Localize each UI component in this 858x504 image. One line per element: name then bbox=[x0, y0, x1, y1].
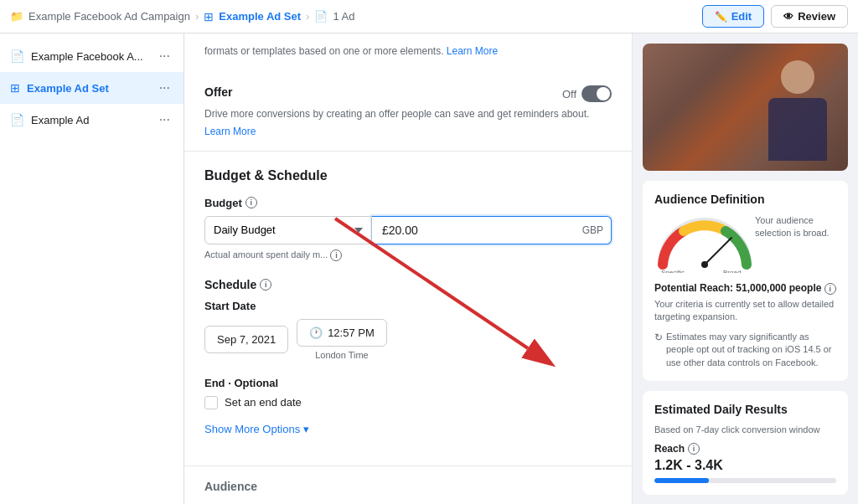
review-button[interactable]: 👁 Review bbox=[771, 5, 848, 28]
budget-input-row: Daily Budget Lifetime Budget GBP bbox=[204, 216, 612, 244]
reach-value: 1.2K - 3.4K bbox=[654, 458, 836, 473]
main-panel: formats or templates based on one or mor… bbox=[184, 33, 632, 504]
eye-icon: 👁 bbox=[783, 11, 793, 23]
offer-toggle[interactable] bbox=[581, 85, 612, 102]
pencil-icon: ✏️ bbox=[715, 11, 727, 23]
top-navigation: 📁 Example Facebook Ad Campaign › ⊞ Examp… bbox=[0, 0, 858, 33]
end-date-checkbox[interactable] bbox=[204, 396, 218, 409]
campaign-icon: 📄 bbox=[10, 49, 24, 63]
offer-description: Drive more conversions by creating an of… bbox=[204, 107, 612, 121]
reach-label: Reach i bbox=[654, 443, 836, 455]
more-options-adset[interactable]: ··· bbox=[156, 79, 173, 97]
reach-bar-fill bbox=[654, 478, 709, 483]
intro-text: formats or templates based on one or mor… bbox=[204, 45, 443, 57]
sidebar-item-facebook-campaign[interactable]: 📄 Example Facebook A... ··· bbox=[0, 40, 183, 72]
gauge-container: Specific Broad bbox=[654, 214, 755, 275]
more-options-campaign[interactable]: ··· bbox=[156, 47, 173, 65]
sidebar-item-ad[interactable]: 📄 Example Ad ··· bbox=[0, 104, 183, 136]
estimate-note: ↻ Estimates may vary significantly as pe… bbox=[654, 331, 836, 369]
svg-line-2 bbox=[705, 238, 731, 265]
start-date-button[interactable]: Sep 7, 2021 bbox=[204, 326, 288, 353]
campaign-breadcrumb[interactable]: Example Facebook Ad Campaign bbox=[28, 10, 190, 23]
sidebar-label-adset: Example Ad Set bbox=[27, 82, 109, 95]
audience-def-title: Audience Definition bbox=[654, 193, 836, 206]
breadcrumb-sep-1: › bbox=[195, 10, 199, 23]
end-section: End · Optional Set an end date bbox=[204, 377, 612, 409]
estimate-icon: ↻ bbox=[654, 331, 663, 345]
reach-info-icon[interactable]: i bbox=[824, 283, 836, 295]
svg-text:Specific: Specific bbox=[661, 269, 685, 273]
end-label: End · Optional bbox=[204, 377, 612, 389]
gauge-row: Specific Broad Your audience selection i… bbox=[654, 214, 836, 275]
person-silhouette bbox=[764, 52, 831, 161]
svg-point-3 bbox=[701, 261, 708, 268]
adset-icon: ⊞ bbox=[10, 81, 20, 95]
start-time-button[interactable]: 🕐 12:57 PM bbox=[297, 319, 387, 347]
end-date-label: Set an end date bbox=[225, 396, 302, 409]
schedule-info-icon[interactable]: i bbox=[260, 279, 271, 291]
audience-desc: Your audience selection is broad. bbox=[755, 214, 836, 240]
offer-learn-more-link[interactable]: Learn More bbox=[204, 126, 256, 137]
daily-results-panel: Estimated Daily Results Based on 7-day c… bbox=[643, 391, 848, 495]
sidebar-label-ad: Example Ad bbox=[31, 114, 89, 126]
more-options-ad[interactable]: ··· bbox=[156, 111, 173, 129]
currency-label: GBP bbox=[582, 224, 603, 236]
reach-bar bbox=[654, 478, 836, 483]
ad-doc-icon: 📄 bbox=[314, 10, 328, 23]
breadcrumb-sep-2: › bbox=[306, 10, 309, 23]
budget-field-label: Budget i bbox=[204, 197, 612, 209]
clock-icon: 🕐 bbox=[309, 327, 323, 339]
audience-definition-panel: Audience Definition bbox=[643, 181, 848, 381]
time-wrapper: 🕐 12:57 PM London Time bbox=[297, 319, 387, 360]
chevron-down-icon: ▾ bbox=[303, 423, 309, 435]
budget-schedule-title: Budget & Schedule bbox=[204, 168, 612, 183]
campaign-folder-icon: 📁 bbox=[10, 10, 23, 23]
right-panel: Audience Definition bbox=[632, 33, 858, 504]
timezone-label: London Time bbox=[297, 350, 387, 360]
intro-learn-more-link[interactable]: Learn More bbox=[447, 45, 498, 57]
ad-icon: 📄 bbox=[10, 113, 24, 126]
sidebar-item-adset[interactable]: ⊞ Example Ad Set ··· bbox=[0, 72, 183, 104]
budget-type-select[interactable]: Daily Budget Lifetime Budget bbox=[204, 216, 372, 244]
offer-title: Offer bbox=[204, 85, 232, 99]
adset-breadcrumb[interactable]: Example Ad Set bbox=[219, 10, 301, 23]
action-buttons: ✏️ Edit 👁 Review bbox=[702, 5, 848, 28]
budget-amount-wrapper: GBP bbox=[372, 216, 612, 244]
ad-breadcrumb: 1 Ad bbox=[333, 10, 354, 23]
budget-hint-info-icon[interactable]: i bbox=[330, 249, 342, 261]
main-layout: 📄 Example Facebook A... ··· ⊞ Example Ad… bbox=[0, 33, 858, 504]
edit-button[interactable]: ✏️ Edit bbox=[702, 5, 765, 28]
adset-grid-icon: ⊞ bbox=[204, 10, 214, 23]
potential-reach: Potential Reach: 51,000,000 people i bbox=[654, 282, 836, 295]
daily-results-title: Estimated Daily Results bbox=[654, 403, 836, 416]
start-date-label: Start Date bbox=[204, 300, 612, 312]
budget-hint: Actual amount spent daily m... i bbox=[204, 249, 612, 261]
end-date-checkbox-row: Set an end date bbox=[204, 396, 612, 409]
budget-schedule-section: Budget & Schedule Budget i Daily Budget … bbox=[184, 152, 632, 465]
audience-gauge: Specific Broad bbox=[654, 214, 755, 273]
budget-amount-input[interactable] bbox=[372, 216, 612, 244]
svg-text:Broad: Broad bbox=[723, 269, 741, 273]
offer-toggle-container: Off bbox=[562, 85, 612, 102]
schedule-label: Schedule i bbox=[204, 278, 612, 291]
video-thumbnail bbox=[643, 44, 848, 171]
daily-reach-info-icon[interactable]: i bbox=[688, 443, 700, 455]
sidebar-label-campaign: Example Facebook A... bbox=[31, 50, 143, 63]
daily-results-subtitle: Based on 7-day click conversion window bbox=[654, 424, 836, 435]
offer-toggle-label: Off bbox=[562, 88, 576, 100]
date-row: Sep 7, 2021 🕐 12:57 PM London Time bbox=[204, 319, 612, 360]
offer-section: Offer Off Drive more conversions by crea… bbox=[184, 72, 632, 152]
reach-note: Your criteria is currently set to allow … bbox=[654, 298, 836, 324]
audience-section-label: Audience bbox=[184, 465, 632, 500]
intro-block: formats or templates based on one or mor… bbox=[184, 33, 632, 59]
show-more-options[interactable]: Show More Options ▾ bbox=[204, 423, 612, 449]
budget-info-icon[interactable]: i bbox=[246, 197, 257, 208]
sidebar: 📄 Example Facebook A... ··· ⊞ Example Ad… bbox=[0, 33, 184, 504]
